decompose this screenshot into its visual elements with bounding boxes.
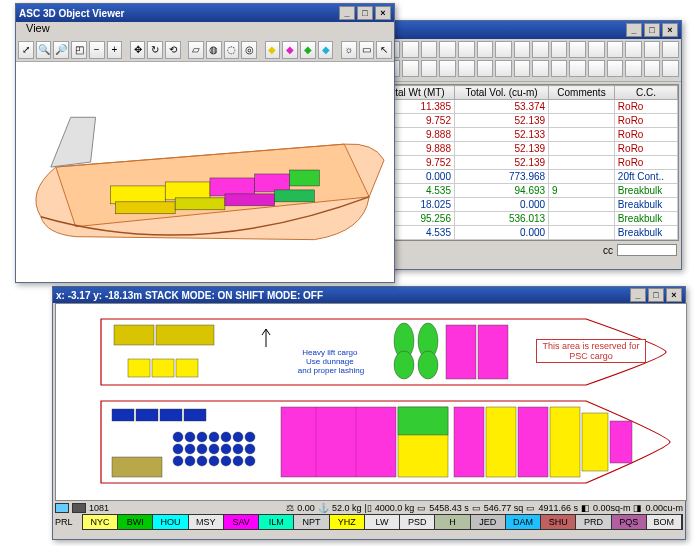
orbit-icon[interactable]: ↻ [147, 41, 163, 59]
maximize-button[interactable]: □ [648, 288, 664, 302]
cell-comment [549, 100, 615, 114]
legend-port[interactable]: BWI [118, 515, 153, 529]
legend-port[interactable]: H [435, 515, 470, 529]
deckplan-titlebar[interactable]: x: -3.17 y: -18.13m STACK MODE: ON SHIFT… [53, 287, 685, 303]
hidden-icon[interactable]: ◎ [241, 41, 257, 59]
box-cyan-icon[interactable]: ◆ [318, 41, 334, 59]
svg-rect-25 [184, 409, 206, 421]
toolbar-button[interactable] [514, 41, 531, 58]
pointer-icon[interactable]: ↖ [376, 41, 392, 59]
filter-dropdown[interactable] [617, 244, 677, 256]
cell-cc: RoRo [614, 142, 677, 156]
toolbar-button[interactable] [514, 60, 531, 77]
select-icon[interactable]: ▭ [359, 41, 375, 59]
light-icon[interactable]: ☼ [341, 41, 357, 59]
legend-port[interactable]: PQS [612, 515, 647, 529]
toolbar-button[interactable] [421, 60, 438, 77]
toolbar-button[interactable] [439, 60, 456, 77]
toolbar-button[interactable] [458, 41, 475, 58]
legend-port[interactable]: HOU [153, 515, 188, 529]
toolbar-button[interactable] [662, 60, 679, 77]
reset-icon[interactable]: ⟲ [165, 41, 181, 59]
zoom-max-icon[interactable]: + [107, 41, 123, 59]
cell-comment [549, 156, 615, 170]
toolbar-button[interactable] [477, 41, 494, 58]
zoom-out-icon[interactable]: 🔎 [53, 41, 69, 59]
toolbar-button[interactable] [662, 41, 679, 58]
legend-port[interactable]: SAV [224, 515, 259, 529]
close-button[interactable]: × [375, 6, 391, 20]
cell-cc: Breakbulk [614, 226, 677, 240]
svg-point-34 [185, 444, 195, 454]
pan-icon[interactable]: ✥ [130, 41, 146, 59]
minimize-button[interactable]: _ [630, 288, 646, 302]
svg-point-41 [185, 456, 195, 466]
minimize-button[interactable]: _ [339, 6, 355, 20]
legend-port[interactable]: PRD [576, 515, 611, 529]
svg-point-35 [197, 444, 207, 454]
close-button[interactable]: × [662, 23, 678, 37]
toolbar-button[interactable] [588, 41, 605, 58]
legend-port[interactable]: LW [365, 515, 400, 529]
toolbar-button[interactable] [588, 60, 605, 77]
cell-comment [549, 226, 615, 240]
toolbar-button[interactable] [495, 41, 512, 58]
cell-cc: RoRo [614, 100, 677, 114]
toolbar-button[interactable] [402, 41, 419, 58]
box-magenta-icon[interactable]: ◆ [282, 41, 298, 59]
toolbar-button[interactable] [458, 60, 475, 77]
maximize-button[interactable]: □ [644, 23, 660, 37]
column-header[interactable]: C.C. [614, 86, 677, 100]
svg-rect-11 [128, 359, 150, 377]
column-header[interactable]: Comments [549, 86, 615, 100]
toolbar-button[interactable] [532, 60, 549, 77]
toolbar-button[interactable] [551, 41, 568, 58]
menu-view[interactable]: View [20, 22, 56, 34]
toolbar-button[interactable] [439, 41, 456, 58]
toolbar-button[interactable] [644, 60, 661, 77]
deckplan-canvas[interactable]: Heavy lift cargo Use dunnage and proper … [55, 303, 687, 501]
toolbar-button[interactable] [495, 60, 512, 77]
toolbar-button[interactable] [607, 41, 624, 58]
zoom-window-icon[interactable]: ◰ [71, 41, 87, 59]
legend-port[interactable]: ILM [259, 515, 294, 529]
viewer3d-canvas[interactable] [16, 62, 394, 282]
toolbar-button[interactable] [607, 60, 624, 77]
zoom-extent-icon[interactable]: ⤢ [18, 41, 34, 59]
shaded-icon[interactable]: ◍ [206, 41, 222, 59]
svg-point-42 [197, 456, 207, 466]
legend-port[interactable]: NPT [294, 515, 329, 529]
legend-port[interactable]: MSY [189, 515, 224, 529]
toolbar-button[interactable] [421, 41, 438, 58]
column-header[interactable]: Total Vol. (cu-m) [454, 86, 548, 100]
legend-port[interactable]: SHU [541, 515, 576, 529]
toolbar-button[interactable] [625, 60, 642, 77]
legend-port[interactable]: DAM [506, 515, 541, 529]
legend-port[interactable]: JED [471, 515, 506, 529]
minimize-button[interactable]: _ [626, 23, 642, 37]
zoom-min-icon[interactable]: − [89, 41, 105, 59]
legend-port[interactable]: BOM [647, 515, 682, 529]
toolbar-button[interactable] [644, 41, 661, 58]
box-green-icon[interactable]: ◆ [300, 41, 316, 59]
toolbar-button[interactable] [402, 60, 419, 77]
close-button[interactable]: × [666, 288, 682, 302]
toolbar-button[interactable] [532, 41, 549, 58]
status-area1: 5458.43 s [429, 503, 469, 513]
xray-icon[interactable]: ◌ [224, 41, 240, 59]
cell-cc: RoRo [614, 114, 677, 128]
svg-point-27 [185, 432, 195, 442]
legend-port[interactable]: NYC [83, 515, 118, 529]
legend-port[interactable]: YHZ [330, 515, 365, 529]
maximize-button[interactable]: □ [357, 6, 373, 20]
toolbar-button[interactable] [477, 60, 494, 77]
toolbar-button[interactable] [625, 41, 642, 58]
wireframe-icon[interactable]: ▱ [188, 41, 204, 59]
viewer3d-titlebar[interactable]: ASC 3D Object Viewer _ □ × [16, 4, 394, 22]
toolbar-button[interactable] [569, 41, 586, 58]
box-yellow-icon[interactable]: ◆ [265, 41, 281, 59]
zoom-in-icon[interactable]: 🔍 [36, 41, 52, 59]
legend-port[interactable]: PSD [400, 515, 435, 529]
toolbar-button[interactable] [569, 60, 586, 77]
toolbar-button[interactable] [551, 60, 568, 77]
